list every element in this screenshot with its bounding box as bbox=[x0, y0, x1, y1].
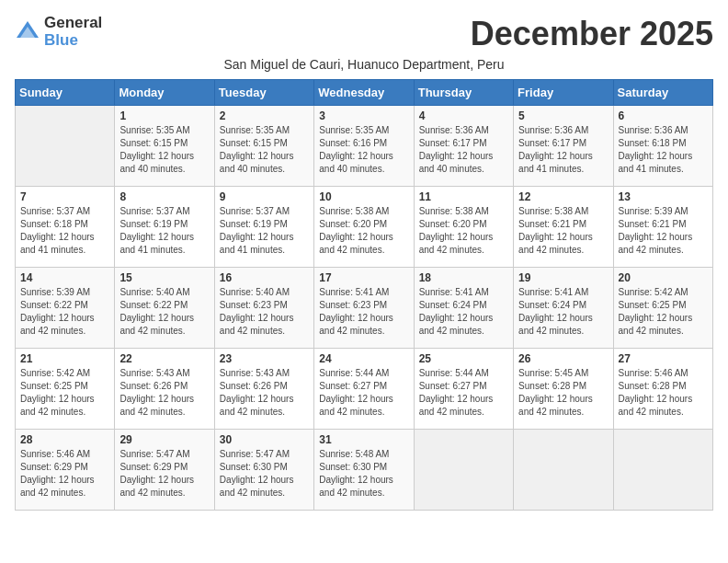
calendar-cell: 28 Sunrise: 5:46 AMSunset: 6:29 PMDaylig… bbox=[16, 430, 115, 511]
day-info: Sunrise: 5:36 AMSunset: 6:17 PMDaylight:… bbox=[419, 124, 508, 176]
calendar-cell: 16 Sunrise: 5:40 AMSunset: 6:23 PMDaylig… bbox=[214, 268, 313, 349]
subtitle: San Miguel de Cauri, Huanuco Department,… bbox=[15, 57, 713, 72]
calendar-cell: 20 Sunrise: 5:42 AMSunset: 6:25 PMDaylig… bbox=[613, 268, 712, 349]
calendar-cell: 30 Sunrise: 5:47 AMSunset: 6:30 PMDaylig… bbox=[214, 430, 313, 511]
day-info: Sunrise: 5:47 AMSunset: 6:29 PMDaylight:… bbox=[119, 448, 209, 500]
day-number: 12 bbox=[518, 190, 608, 203]
day-info: Sunrise: 5:35 AMSunset: 6:15 PMDaylight:… bbox=[119, 124, 209, 176]
calendar-cell: 10 Sunrise: 5:38 AMSunset: 6:20 PMDaylig… bbox=[314, 187, 414, 268]
day-info: Sunrise: 5:42 AMSunset: 6:25 PMDaylight:… bbox=[20, 367, 109, 419]
calendar-cell: 7 Sunrise: 5:37 AMSunset: 6:18 PMDayligh… bbox=[16, 187, 115, 268]
day-info: Sunrise: 5:37 AMSunset: 6:19 PMDaylight:… bbox=[220, 205, 309, 257]
day-info: Sunrise: 5:47 AMSunset: 6:30 PMDaylight:… bbox=[220, 448, 309, 500]
calendar-cell: 22 Sunrise: 5:43 AMSunset: 6:26 PMDaylig… bbox=[115, 349, 214, 430]
day-header-sunday: Sunday bbox=[16, 80, 115, 106]
day-number: 13 bbox=[619, 190, 708, 203]
day-number: 21 bbox=[20, 352, 109, 365]
logo-blue: Blue bbox=[44, 32, 102, 50]
day-number: 14 bbox=[20, 271, 109, 284]
day-info: Sunrise: 5:38 AMSunset: 6:20 PMDaylight:… bbox=[419, 205, 508, 257]
calendar-cell: 27 Sunrise: 5:46 AMSunset: 6:28 PMDaylig… bbox=[613, 349, 712, 430]
day-number: 11 bbox=[419, 190, 508, 203]
calendar-cell: 15 Sunrise: 5:40 AMSunset: 6:22 PMDaylig… bbox=[115, 268, 214, 349]
day-header-tuesday: Tuesday bbox=[214, 80, 313, 106]
day-number: 7 bbox=[20, 190, 109, 203]
day-info: Sunrise: 5:40 AMSunset: 6:22 PMDaylight:… bbox=[119, 286, 209, 338]
calendar-cell: 2 Sunrise: 5:35 AMSunset: 6:15 PMDayligh… bbox=[214, 106, 313, 187]
day-info: Sunrise: 5:48 AMSunset: 6:30 PMDaylight:… bbox=[319, 448, 408, 500]
month-title: December 2025 bbox=[471, 15, 713, 53]
day-info: Sunrise: 5:41 AMSunset: 6:24 PMDaylight:… bbox=[518, 286, 608, 338]
day-info: Sunrise: 5:40 AMSunset: 6:23 PMDaylight:… bbox=[220, 286, 309, 338]
day-info: Sunrise: 5:39 AMSunset: 6:22 PMDaylight:… bbox=[20, 286, 109, 338]
week-row-3: 14 Sunrise: 5:39 AMSunset: 6:22 PMDaylig… bbox=[16, 268, 713, 349]
calendar-cell: 24 Sunrise: 5:44 AMSunset: 6:27 PMDaylig… bbox=[314, 349, 414, 430]
calendar-cell: 25 Sunrise: 5:44 AMSunset: 6:27 PMDaylig… bbox=[414, 349, 513, 430]
header: General Blue December 2025 bbox=[15, 15, 713, 53]
calendar-table: SundayMondayTuesdayWednesdayThursdayFrid… bbox=[15, 79, 713, 511]
day-info: Sunrise: 5:41 AMSunset: 6:24 PMDaylight:… bbox=[419, 286, 508, 338]
day-info: Sunrise: 5:41 AMSunset: 6:23 PMDaylight:… bbox=[319, 286, 408, 338]
day-info: Sunrise: 5:37 AMSunset: 6:19 PMDaylight:… bbox=[119, 205, 209, 257]
calendar-cell: 13 Sunrise: 5:39 AMSunset: 6:21 PMDaylig… bbox=[613, 187, 712, 268]
calendar-cell: 9 Sunrise: 5:37 AMSunset: 6:19 PMDayligh… bbox=[214, 187, 313, 268]
day-header-thursday: Thursday bbox=[414, 80, 513, 106]
days-header-row: SundayMondayTuesdayWednesdayThursdayFrid… bbox=[16, 80, 713, 106]
day-number: 2 bbox=[220, 109, 309, 122]
week-row-4: 21 Sunrise: 5:42 AMSunset: 6:25 PMDaylig… bbox=[16, 349, 713, 430]
logo: General Blue bbox=[15, 15, 102, 49]
day-info: Sunrise: 5:43 AMSunset: 6:26 PMDaylight:… bbox=[119, 367, 209, 419]
day-number: 9 bbox=[220, 190, 309, 203]
day-header-friday: Friday bbox=[514, 80, 613, 106]
calendar-cell: 3 Sunrise: 5:35 AMSunset: 6:16 PMDayligh… bbox=[314, 106, 414, 187]
day-number: 1 bbox=[119, 109, 209, 122]
calendar-cell bbox=[613, 430, 712, 511]
calendar-cell bbox=[514, 430, 613, 511]
day-number: 3 bbox=[319, 109, 408, 122]
day-number: 24 bbox=[319, 352, 408, 365]
day-number: 17 bbox=[319, 271, 408, 284]
calendar-cell: 5 Sunrise: 5:36 AMSunset: 6:17 PMDayligh… bbox=[514, 106, 613, 187]
calendar-cell: 14 Sunrise: 5:39 AMSunset: 6:22 PMDaylig… bbox=[16, 268, 115, 349]
day-header-wednesday: Wednesday bbox=[314, 80, 414, 106]
day-number: 18 bbox=[419, 271, 508, 284]
day-number: 31 bbox=[319, 433, 408, 446]
day-info: Sunrise: 5:36 AMSunset: 6:18 PMDaylight:… bbox=[619, 124, 708, 176]
day-number: 19 bbox=[518, 271, 608, 284]
day-info: Sunrise: 5:38 AMSunset: 6:20 PMDaylight:… bbox=[319, 205, 408, 257]
day-number: 27 bbox=[619, 352, 708, 365]
logo-general: General bbox=[44, 15, 102, 32]
calendar-cell: 19 Sunrise: 5:41 AMSunset: 6:24 PMDaylig… bbox=[514, 268, 613, 349]
day-number: 28 bbox=[20, 433, 109, 446]
calendar-cell: 4 Sunrise: 5:36 AMSunset: 6:17 PMDayligh… bbox=[414, 106, 513, 187]
day-number: 6 bbox=[619, 109, 708, 122]
day-info: Sunrise: 5:42 AMSunset: 6:25 PMDaylight:… bbox=[619, 286, 708, 338]
calendar-cell: 21 Sunrise: 5:42 AMSunset: 6:25 PMDaylig… bbox=[16, 349, 115, 430]
calendar-cell: 17 Sunrise: 5:41 AMSunset: 6:23 PMDaylig… bbox=[314, 268, 414, 349]
day-info: Sunrise: 5:38 AMSunset: 6:21 PMDaylight:… bbox=[518, 205, 608, 257]
day-info: Sunrise: 5:44 AMSunset: 6:27 PMDaylight:… bbox=[319, 367, 408, 419]
day-number: 5 bbox=[518, 109, 608, 122]
day-number: 20 bbox=[619, 271, 708, 284]
calendar-cell bbox=[16, 106, 115, 187]
calendar-cell: 8 Sunrise: 5:37 AMSunset: 6:19 PMDayligh… bbox=[115, 187, 214, 268]
calendar-cell: 12 Sunrise: 5:38 AMSunset: 6:21 PMDaylig… bbox=[514, 187, 613, 268]
day-info: Sunrise: 5:44 AMSunset: 6:27 PMDaylight:… bbox=[419, 367, 508, 419]
calendar-cell: 23 Sunrise: 5:43 AMSunset: 6:26 PMDaylig… bbox=[214, 349, 313, 430]
day-number: 16 bbox=[220, 271, 309, 284]
day-number: 25 bbox=[419, 352, 508, 365]
day-info: Sunrise: 5:43 AMSunset: 6:26 PMDaylight:… bbox=[220, 367, 309, 419]
calendar-cell bbox=[414, 430, 513, 511]
day-number: 22 bbox=[119, 352, 209, 365]
day-header-saturday: Saturday bbox=[613, 80, 712, 106]
day-number: 30 bbox=[220, 433, 309, 446]
calendar-cell: 11 Sunrise: 5:38 AMSunset: 6:20 PMDaylig… bbox=[414, 187, 513, 268]
day-info: Sunrise: 5:36 AMSunset: 6:17 PMDaylight:… bbox=[518, 124, 608, 176]
day-header-monday: Monday bbox=[115, 80, 214, 106]
logo-icon bbox=[15, 19, 40, 45]
day-number: 10 bbox=[319, 190, 408, 203]
day-info: Sunrise: 5:45 AMSunset: 6:28 PMDaylight:… bbox=[518, 367, 608, 419]
day-info: Sunrise: 5:35 AMSunset: 6:16 PMDaylight:… bbox=[319, 124, 408, 176]
week-row-2: 7 Sunrise: 5:37 AMSunset: 6:18 PMDayligh… bbox=[16, 187, 713, 268]
day-number: 15 bbox=[119, 271, 209, 284]
